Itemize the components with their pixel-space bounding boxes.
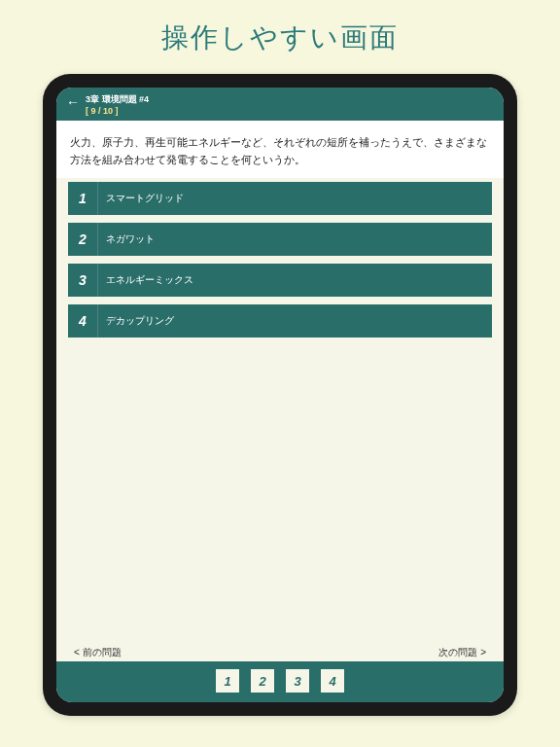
bottom-bar: 1 2 3 4 [56, 661, 504, 702]
bottom-jump-2[interactable]: 2 [251, 669, 274, 693]
option-label: スマートグリッド [97, 182, 492, 215]
question-text: 火力、原子力、再生可能エネルギーなど、それぞれの短所を補ったうえで、さまざまな方… [70, 134, 490, 168]
header-text: 3章 環境問題 #4 [ 9 / 10 ] [86, 93, 149, 117]
next-question-button[interactable]: 次の問題 > [438, 646, 486, 659]
tablet-screen: ← 3章 環境問題 #4 [ 9 / 10 ] 火力、原子力、再生可能エネルギー… [56, 88, 504, 702]
option-2[interactable]: 2 ネガワット [68, 223, 492, 256]
option-label: ネガワット [97, 223, 492, 256]
prev-question-button[interactable]: < 前の問題 [74, 646, 122, 659]
option-label: エネルギーミックス [97, 264, 492, 297]
bottom-jump-3[interactable]: 3 [286, 669, 309, 693]
option-4[interactable]: 4 デカップリング [68, 304, 492, 338]
option-number: 1 [68, 182, 97, 215]
option-3[interactable]: 3 エネルギーミックス [68, 264, 492, 297]
tablet-frame: ← 3章 環境問題 #4 [ 9 / 10 ] 火力、原子力、再生可能エネルギー… [43, 74, 517, 716]
nav-row: < 前の問題 次の問題 > [56, 640, 504, 661]
promo-title: 操作しやすい画面 [0, 0, 560, 74]
app-header: ← 3章 環境問題 #4 [ 9 / 10 ] [56, 88, 504, 121]
option-number: 2 [68, 223, 97, 256]
option-label: デカップリング [97, 304, 492, 338]
chapter-title: 3章 環境問題 #4 [86, 93, 149, 105]
question-area: 火力、原子力、再生可能エネルギーなど、それぞれの短所を補ったうえで、さまざまな方… [56, 121, 504, 178]
option-number: 3 [68, 264, 97, 297]
option-number: 4 [68, 304, 97, 338]
bottom-jump-4[interactable]: 4 [321, 669, 344, 693]
options-list: 1 スマートグリッド 2 ネガワット 3 エネルギーミックス 4 デカップリング [56, 178, 504, 345]
option-1[interactable]: 1 スマートグリッド [68, 182, 492, 215]
back-arrow-icon[interactable]: ← [66, 93, 80, 109]
question-counter: [ 9 / 10 ] [86, 105, 149, 117]
bottom-jump-1[interactable]: 1 [216, 669, 239, 693]
content-spacer [56, 345, 504, 640]
